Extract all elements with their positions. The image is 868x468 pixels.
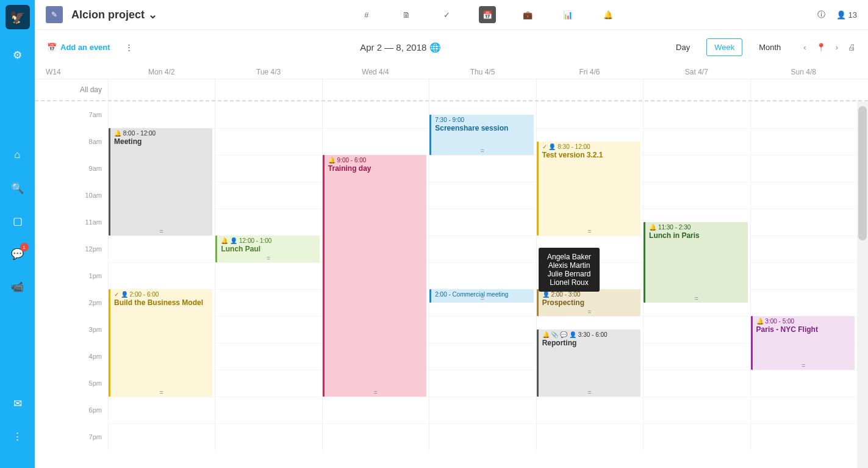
subbar: 📅 Add an event ⋮ Apr 2 — 8, 2018 🌐 Day W…: [35, 30, 868, 65]
day-header: Tue 4/3: [215, 68, 321, 76]
event[interactable]: 🔔 8:00 - 12:00Meeting=: [109, 128, 212, 236]
allday-row: All day: [35, 79, 868, 101]
event[interactable]: ✓ 👤 8:30 - 12:00Test version 3.2.1=: [537, 142, 640, 236]
participants-tooltip: Angela BakerAlexis MartinJulie BernardLi…: [539, 248, 600, 292]
bell-icon[interactable]: 🔔: [600, 6, 617, 23]
view-month-button[interactable]: Month: [751, 38, 789, 56]
hour-label: 5pm: [35, 370, 108, 397]
topbar: ✎ Alcion project ⌄ # 🗎 ✓ 📅 💼 📊 🔔 ⓘ 👤 13: [35, 0, 868, 30]
chart-icon[interactable]: 📊: [559, 6, 576, 23]
sidebar: 🦅 ⚙ ⌂ 🔍 ▢ 💬1 📹 ✉ ⋮: [0, 0, 35, 468]
hour-label: 6pm: [35, 397, 108, 423]
event[interactable]: 🔔 👤 12:00 - 1:00Lunch Paul=: [215, 236, 319, 262]
day-header: Fri 4/6: [536, 68, 643, 76]
day-header: Wed 4/4: [322, 68, 429, 76]
users-count[interactable]: 👤 13: [836, 10, 857, 20]
add-event-button[interactable]: 📅 Add an event: [47, 43, 110, 52]
day-header: Sun 4/8: [750, 68, 857, 76]
hour-label: 12pm: [35, 236, 108, 262]
hour-label: 8am: [35, 128, 108, 155]
calendar-add-icon: 📅: [47, 43, 57, 52]
info-icon[interactable]: ⓘ: [817, 9, 825, 20]
event[interactable]: 🔔 📎 💬 👤 3:30 - 6:00Reporting=: [537, 329, 640, 397]
more-options-icon[interactable]: ⋮: [125, 43, 133, 52]
day-header: Mon 4/2: [108, 68, 215, 76]
globe-icon[interactable]: 🌐: [429, 42, 441, 52]
project-selector[interactable]: Alcion project ⌄: [71, 8, 157, 21]
search-icon[interactable]: 🔍: [10, 181, 25, 195]
date-range: Apr 2 — 8, 2018 🌐: [133, 42, 668, 53]
day-header: Thu 4/5: [429, 68, 536, 76]
prev-icon[interactable]: ‹: [803, 43, 806, 52]
calendar-grid[interactable]: 7am8am9am10am11am12pm1pm2pm3pm4pm5pm6pm7…: [35, 101, 868, 468]
event[interactable]: 🔔 3:00 - 5:00Paris - NYC Flight=: [751, 316, 855, 370]
chat-icon[interactable]: 💬1: [10, 247, 25, 261]
hour-label: 11am: [35, 209, 108, 236]
week-number: W14: [35, 68, 108, 76]
days-header: W14 Mon 4/2 Tue 4/3 Wed 4/4 Thu 4/5 Fri …: [35, 65, 868, 79]
check-icon[interactable]: ✓: [439, 6, 456, 23]
briefcase-icon[interactable]: 💼: [519, 6, 536, 23]
hour-label: 7am: [35, 101, 108, 128]
day-header: Sat 4/7: [643, 68, 750, 76]
hour-label: 9am: [35, 155, 108, 182]
event[interactable]: 👤 2:00 - 3:00Prospecting=: [537, 289, 640, 316]
mail-icon[interactable]: ✉: [10, 396, 25, 411]
file-icon[interactable]: 🗎: [398, 6, 415, 23]
next-icon[interactable]: ›: [836, 43, 838, 52]
hour-label: 7pm: [35, 423, 108, 450]
hour-label: 2pm: [35, 289, 108, 316]
view-week-button[interactable]: Week: [706, 38, 742, 56]
event[interactable]: 2:00 - Commercial meeting=: [429, 289, 533, 303]
event[interactable]: ✓ 👤 2:00 - 6:00Build the Business Model=: [109, 289, 212, 397]
app-logo[interactable]: 🦅: [5, 5, 30, 29]
hour-label: 3pm: [35, 316, 108, 343]
gear-icon[interactable]: ⚙: [10, 48, 25, 62]
hour-label: 4pm: [35, 343, 108, 370]
contacts-icon[interactable]: ▢: [10, 214, 25, 228]
chevron-down-icon: ⌄: [148, 8, 157, 21]
scrollbar[interactable]: [857, 101, 868, 468]
hash-icon[interactable]: #: [358, 6, 375, 23]
event[interactable]: 🔔 11:30 - 2:30Lunch in Paris=: [644, 222, 747, 303]
calendar-icon[interactable]: 📅: [479, 6, 496, 23]
video-icon[interactable]: 📹: [10, 279, 25, 294]
project-icon[interactable]: ✎: [46, 6, 63, 23]
view-day-button[interactable]: Day: [668, 38, 698, 56]
event[interactable]: 🔔 9:00 - 6:00Training day=: [323, 155, 426, 397]
hour-label: 10am: [35, 182, 108, 209]
allday-label: All day: [35, 85, 108, 94]
pin-icon[interactable]: 📍: [816, 43, 826, 52]
hour-label: 1pm: [35, 262, 108, 289]
more-icon[interactable]: ⋮: [10, 429, 25, 444]
home-icon[interactable]: ⌂: [10, 148, 25, 162]
event[interactable]: 7:30 - 9:00Screenshare session=: [429, 115, 533, 155]
print-icon[interactable]: 🖨: [848, 43, 856, 52]
